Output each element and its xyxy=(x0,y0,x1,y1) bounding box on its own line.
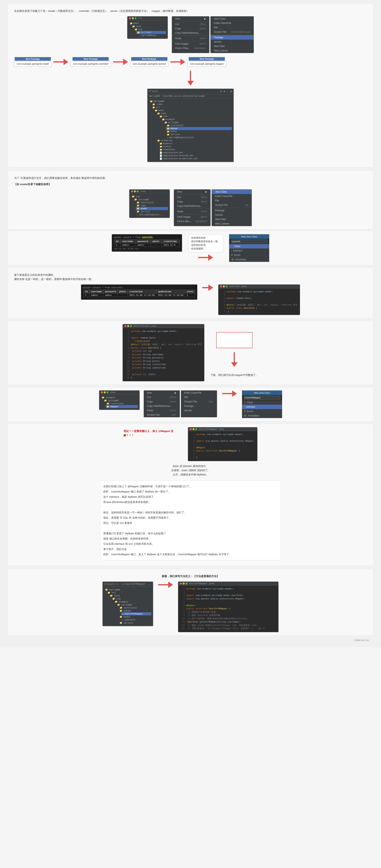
dialog-enum[interactable]: E Enum xyxy=(229,253,269,257)
pt-main[interactable]: 📁 main xyxy=(154,109,232,112)
menu-item-new[interactable]: New ▶ xyxy=(172,17,209,21)
mt-springmbapp[interactable]: ☕ SpringMbApplica... xyxy=(136,213,168,216)
submenu-scratch[interactable]: Scratch File Ctrl+Alt+Shift+Insert xyxy=(211,30,254,34)
mapper-menu-copy[interactable]: Copy Ctrl+C xyxy=(144,399,180,404)
sub-weblistener[interactable]: Web Listener xyxy=(212,221,252,226)
fpt-com[interactable]: 📁 com xyxy=(112,597,151,600)
sub-servlet[interactable]: Servlet xyxy=(212,213,252,217)
submenu-weblistener[interactable]: Web Listener xyxy=(211,49,254,53)
fpt-springmb2[interactable]: 📁 springmb xyxy=(116,603,151,606)
fpt-src[interactable]: 📁 src xyxy=(107,591,151,594)
dialog-interface[interactable]: I Interface xyxy=(229,248,269,253)
sub-java-class[interactable]: Java Class xyxy=(212,190,252,194)
submenu-webfilter[interactable]: Web Filter xyxy=(211,44,254,49)
mapper-menu-paste[interactable]: Paste Ctrl+V xyxy=(144,408,180,413)
pt-static[interactable]: 📁 static xyxy=(159,145,232,148)
model-menu-new[interactable]: New ▶ xyxy=(174,190,211,194)
mapper-menu-cut[interactable]: Cut Ctrl+X xyxy=(144,395,180,399)
pt-mybatis[interactable]: 📁 mybatis xyxy=(159,142,232,145)
pt-java[interactable]: 📁 java xyxy=(156,112,232,115)
fpt-controller[interactable]: 📁 controller xyxy=(119,606,151,609)
mapper-menu-copypath[interactable]: Copy Path/Reference... xyxy=(144,404,180,408)
dialog-mapper-enum[interactable]: E Enum xyxy=(242,409,282,413)
dialog-mapper-interface[interactable]: I Interface xyxy=(242,405,282,409)
submenu-servlet[interactable]: Servlet xyxy=(211,40,254,44)
fpt-service[interactable]: 📁 service xyxy=(119,621,151,624)
pt-model[interactable]: 📁 model xyxy=(166,130,232,133)
model-menu-copy[interactable]: Copy Ctrl+C xyxy=(174,199,211,204)
mt-springmb[interactable]: 📁 springmb xyxy=(133,198,168,201)
fpt-example[interactable]: 📁 example xyxy=(114,600,151,603)
pt-templates[interactable]: 📁 templates xyxy=(159,148,232,151)
mft-mapper[interactable]: 📁 mapper xyxy=(106,405,138,408)
mt-copy[interactable]: 📁 copy xyxy=(136,204,168,207)
sub-m-servlet[interactable]: Servlet xyxy=(181,408,217,413)
model-menu-copypath[interactable]: Copy Path/Reference... xyxy=(174,204,211,208)
sub-package[interactable]: Package xyxy=(212,208,252,213)
pt-example[interactable]: 📁 example xyxy=(161,118,232,121)
pt-develop-yml[interactable]: 📄 application-develop.yml xyxy=(159,154,232,157)
tree-item-com[interactable]: 📁 com xyxy=(134,28,166,31)
submenu-java-class[interactable]: Java Class xyxy=(211,17,254,21)
menu-item-find-usages[interactable]: Find Usages Alt+F7 xyxy=(172,41,209,46)
dialog-mapper-class[interactable]: C Class xyxy=(242,400,282,405)
col2-state: state xyxy=(185,290,195,293)
fpt-model[interactable]: 📁 model xyxy=(119,615,151,618)
tree-item-main[interactable]: 📁 main xyxy=(129,22,166,25)
sub-m-kotlin[interactable]: Kotlin Class/File xyxy=(181,391,217,395)
model-menu-findinfiles[interactable]: Find in files... Ctrl+Shift+F xyxy=(174,219,211,223)
menu-item-cut[interactable]: Cut Ctrl+X xyxy=(172,22,209,26)
class-name-input[interactable] xyxy=(231,240,267,243)
pt-com[interactable]: 📁 com xyxy=(159,115,232,118)
fpt-mapper[interactable]: 📁 mapper xyxy=(119,609,151,612)
mapper-name-input[interactable] xyxy=(244,396,280,399)
menu-item-find-files[interactable]: Find in Files... Ctrl+Shift+F xyxy=(172,46,209,51)
sub-kotlin[interactable]: Kotlin Class/File xyxy=(212,194,252,198)
tree-item-springmb[interactable]: 📁 springmb xyxy=(136,31,166,34)
tree-item-java[interactable]: 📁 java xyxy=(131,25,166,28)
submenu-kotlin[interactable]: Kotlin Class/File xyxy=(211,21,254,25)
dialog-annotation[interactable]: @ Annotation xyxy=(229,257,269,262)
fpt-java[interactable]: 📁 java xyxy=(109,594,151,597)
model-menu-cut[interactable]: Cut Ctrl+X xyxy=(174,195,211,199)
mt-controller[interactable]: 📁 controller xyxy=(136,201,168,204)
mft-springmb[interactable]: 📁 springmb xyxy=(103,399,138,402)
fpt-springmb[interactable]: 📁 SpringMB xyxy=(104,588,151,591)
pt-prod-yml[interactable]: 📄 application-production.yml xyxy=(159,157,232,160)
pt-resources[interactable]: 📁 resources xyxy=(156,139,232,142)
menu-item-paste[interactable]: Paste Ctrl+V xyxy=(172,36,209,41)
submenu-package[interactable]: Package xyxy=(211,35,254,40)
menu-item-copy-path[interactable]: Copy Path/Reference... xyxy=(172,31,209,35)
submenu-file[interactable]: File xyxy=(211,25,254,30)
pt-service[interactable]: 📁 service xyxy=(166,133,232,136)
dialog-mapper-annotation[interactable]: @ Annotation xyxy=(242,413,282,418)
fpt-userinfo[interactable]: ☕ userinfo xyxy=(121,618,151,621)
mt-service[interactable]: 📁 service xyxy=(136,210,168,213)
model-menu-find[interactable]: Find Usages Alt+F7 xyxy=(174,215,211,219)
fpt-userinfomapper[interactable]: ☕ UserInfoMapper xyxy=(121,612,151,615)
pt-springmb2[interactable]: 📁 springmb xyxy=(164,121,232,124)
pt-mapper[interactable]: 📁 mapper xyxy=(166,127,232,130)
sub-webfilter[interactable]: Web Filter xyxy=(212,217,252,221)
mft-controller[interactable]: 📁 controller xyxy=(106,402,138,405)
sub-file[interactable]: File xyxy=(212,198,252,203)
sub-m-file[interactable]: File xyxy=(181,395,217,399)
mapper-menu-scratch[interactable]: Scratch File Ctrl+ xyxy=(144,413,180,417)
sub-scratch[interactable]: Scratch File Ctrl xyxy=(212,203,252,207)
pt-springmb[interactable]: 📁 SpringMB xyxy=(149,100,232,103)
sub-m-scratch[interactable]: Scratch File Ctrl+ xyxy=(181,399,217,404)
pt-app[interactable]: ☕ SpringMbApplication xyxy=(166,136,232,139)
menu-item-copy[interactable]: Copy Ctrl+C xyxy=(172,26,209,31)
mapper-menu-new[interactable]: New ▶ xyxy=(144,391,180,395)
pt-app-yml[interactable]: 📄 application.yml xyxy=(159,151,232,154)
mt-model[interactable]: 📁 model xyxy=(136,207,168,210)
mft-example[interactable]: 📁 example xyxy=(101,396,138,399)
model-menu-paste[interactable]: Paste Ctrl+V xyxy=(174,209,211,214)
sub-m-package[interactable]: Package xyxy=(181,404,217,408)
pt-src[interactable]: 📁 src xyxy=(152,106,232,109)
pt-idea[interactable]: 📁 .idea xyxy=(152,103,232,106)
pt-controller[interactable]: 📁 controller xyxy=(166,124,232,127)
dialog-class[interactable]: C Class xyxy=(229,244,269,248)
mt-com[interactable]: 📁 com xyxy=(131,195,168,198)
tree-item-springmbapp[interactable]: ☕ SpringMbApp... xyxy=(139,34,166,37)
